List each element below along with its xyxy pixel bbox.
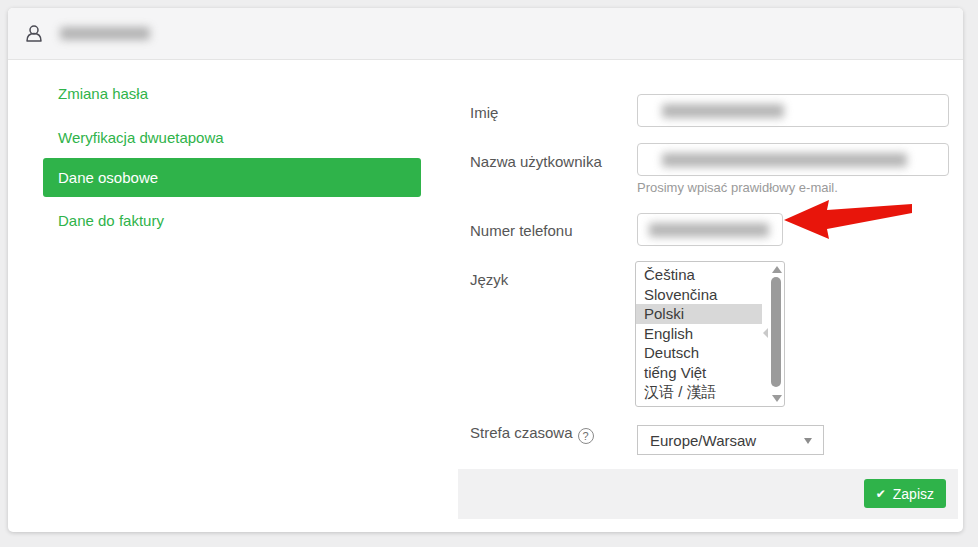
timezone-label-text: Strefa czasowa <box>470 424 573 441</box>
username-input[interactable] <box>637 143 949 176</box>
help-icon[interactable]: ? <box>578 428 594 444</box>
first-name-input[interactable] <box>637 94 949 127</box>
language-label: Język <box>470 271 508 288</box>
redacted-phone-value <box>649 223 769 237</box>
timezone-selected-value: Europe/Warsaw <box>650 432 756 449</box>
username-label: Nazwa użytkownika <box>470 153 602 170</box>
save-button-label: Zapisz <box>893 486 934 502</box>
sidebar-item-dane-osobowe[interactable]: Dane osobowe <box>43 158 421 197</box>
language-listbox[interactable]: Čeština Slovenčina Polski English Deutsc… <box>635 261 785 407</box>
username-hint: Prosimy wpisać prawidłowy e-mail. <box>637 180 838 195</box>
sidebar-item-zmiana-hasla[interactable]: Zmiana hasła <box>58 85 148 102</box>
language-option-deutsch[interactable]: Deutsch <box>636 343 762 363</box>
annotation-arrow-icon <box>782 196 914 242</box>
user-icon <box>24 24 44 44</box>
save-button[interactable]: ✔ Zapisz <box>864 479 946 508</box>
first-name-label: Imię <box>470 104 498 121</box>
check-icon: ✔ <box>876 487 886 501</box>
language-option-polski[interactable]: Polski <box>636 304 762 324</box>
card-header <box>8 8 963 60</box>
scrollbar-thumb[interactable] <box>771 277 781 387</box>
scroll-up-icon[interactable] <box>772 266 782 273</box>
settings-card: Zmiana hasła Weryfikacja dwuetapowa Dane… <box>8 8 963 532</box>
sidebar-item-label: Dane osobowe <box>58 169 158 186</box>
timezone-select[interactable]: Europe/Warsaw <box>637 425 824 455</box>
form-footer: ✔ Zapisz <box>458 469 958 519</box>
timezone-label: Strefa czasowa? <box>470 424 594 444</box>
language-option-tieng-viet[interactable]: tiếng Việt <box>636 363 762 383</box>
phone-label: Numer telefonu <box>470 222 573 239</box>
chevron-left-icon <box>763 328 768 338</box>
listbox-scrollbar[interactable] <box>770 264 783 404</box>
phone-input[interactable] <box>637 213 783 246</box>
sidebar-item-dane-do-faktury[interactable]: Dane do faktury <box>58 212 164 229</box>
sidebar-item-weryfikacja-dwuetapowa[interactable]: Weryfikacja dwuetapowa <box>58 129 224 146</box>
chevron-down-icon <box>804 438 812 444</box>
language-option-slovencina[interactable]: Slovenčina <box>636 285 762 305</box>
redacted-username-value <box>662 153 907 167</box>
scroll-down-icon[interactable] <box>772 395 782 402</box>
language-option-english[interactable]: English <box>636 324 762 344</box>
language-option-chinese[interactable]: 汉语 / 漢語 <box>636 382 762 402</box>
redacted-user-name <box>60 27 150 40</box>
redacted-first-name-value <box>662 104 784 118</box>
language-option-cestina[interactable]: Čeština <box>636 265 762 285</box>
